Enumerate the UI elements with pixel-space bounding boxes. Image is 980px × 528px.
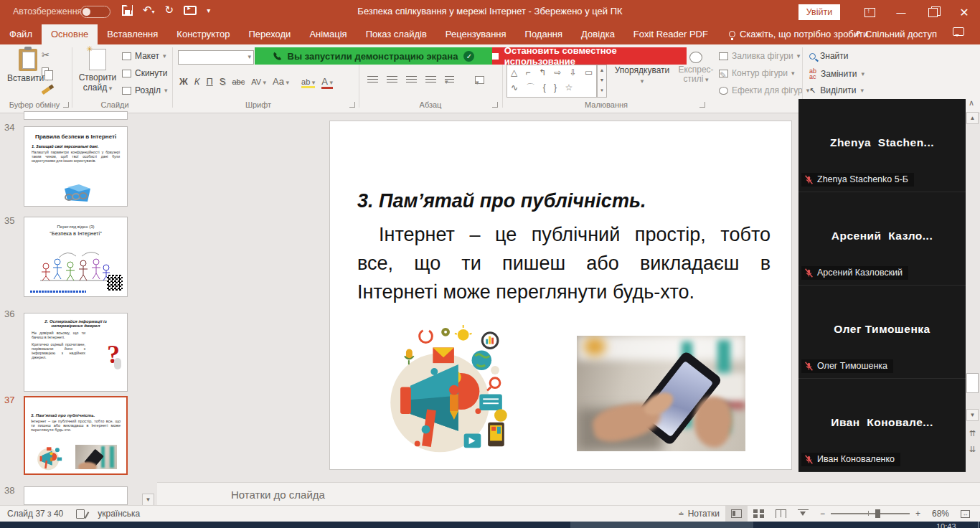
- notes-toggle-button[interactable]: ≐ Нотатки: [672, 506, 725, 522]
- copy-icon[interactable]: [42, 67, 49, 76]
- thumbnail-slide-37-selected[interactable]: 3. Пам’ятай про публічність. Інтернет – …: [24, 396, 128, 475]
- notes-panel[interactable]: Нотатки до слайда: [157, 482, 980, 505]
- scroll-up-button[interactable]: ▲: [966, 112, 979, 124]
- autosave-toggle[interactable]: [80, 6, 110, 18]
- shape-fill-button[interactable]: Заливка фігури: [719, 51, 800, 61]
- highlight-button[interactable]: ab: [301, 77, 315, 88]
- shapes-gallery-scroll[interactable]: ▲▼▾: [597, 65, 607, 98]
- thumbnail-slide-34[interactable]: Правила безпеки в Інтернеті 1. Захищай с…: [24, 126, 128, 207]
- start-slideshow-icon[interactable]: [184, 6, 197, 15]
- tab-home[interactable]: Основне: [42, 24, 98, 44]
- thumbnail-scroll-down-button[interactable]: ▼: [142, 494, 154, 506]
- font-name-combobox[interactable]: [178, 50, 254, 65]
- zoom-slider[interactable]: − +: [814, 509, 926, 519]
- tab-slideshow[interactable]: Показ слайдів: [357, 24, 436, 44]
- scroll-thumb[interactable]: [966, 373, 979, 393]
- shapes-gallery[interactable]: △ ⌐ ↰ ⇨ ⇩ ▭ ∿ ⌒ { } ☆: [507, 65, 597, 98]
- align-text-icon[interactable]: [475, 76, 484, 84]
- layout-button[interactable]: Макет: [122, 51, 166, 61]
- section-button[interactable]: Розділ: [122, 85, 167, 95]
- close-button[interactable]: ✕: [948, 0, 980, 24]
- text-shadow-button[interactable]: S: [220, 76, 226, 87]
- clipboard-dialog-launcher[interactable]: [63, 102, 69, 108]
- align-center-icon[interactable]: [387, 76, 397, 84]
- tab-design[interactable]: Конструктор: [167, 24, 239, 44]
- thumbnail-slide-35[interactable]: Перегляд відео (3) “Безпека в Інтернеті”: [24, 217, 128, 297]
- share-button[interactable]: ⇗ Спільний доступ: [843, 24, 947, 44]
- tab-view[interactable]: Подання: [516, 24, 573, 44]
- justify-icon[interactable]: [425, 76, 436, 84]
- align-left-icon[interactable]: [367, 76, 378, 84]
- paragraph-dialog-launcher[interactable]: [492, 102, 498, 108]
- replace-button[interactable]: abacЗамінити: [809, 68, 864, 80]
- italic-button[interactable]: К: [194, 76, 200, 87]
- tab-animations[interactable]: Анімація: [300, 24, 356, 44]
- zoom-track[interactable]: [831, 513, 910, 514]
- reading-view-button[interactable]: [770, 506, 792, 522]
- redo-icon[interactable]: ↻: [165, 4, 174, 16]
- slide-counter[interactable]: Слайд 37 з 40: [7, 509, 63, 519]
- current-slide-canvas[interactable]: 3. Пам’ятай про публічність. Інтернет – …: [329, 121, 792, 470]
- show-desktop-divider[interactable]: [978, 522, 979, 528]
- video-link-text[interactable]: [30, 291, 86, 293]
- format-painter-icon[interactable]: [42, 87, 51, 95]
- find-button[interactable]: Знайти: [809, 51, 848, 61]
- new-slide-button[interactable]: Створити слайд: [77, 49, 118, 93]
- megaphone-illustration[interactable]: [387, 324, 511, 461]
- fit-slide-button[interactable]: ↔: [955, 506, 976, 522]
- scroll-down-button[interactable]: ▼: [966, 409, 979, 421]
- strikethrough-button[interactable]: abc: [232, 77, 245, 86]
- zoom-slider-thumb[interactable]: [875, 509, 880, 518]
- thumbnail-slide-38-partial[interactable]: [24, 486, 128, 505]
- reset-button[interactable]: Скинути: [122, 68, 167, 78]
- tab-transitions[interactable]: Переходи: [239, 24, 300, 44]
- spellcheck-icon[interactable]: [76, 509, 85, 519]
- character-spacing-button[interactable]: AV: [251, 77, 266, 86]
- normal-view-button[interactable]: [725, 506, 748, 522]
- slide-sorter-view-button[interactable]: [748, 506, 770, 522]
- font-dialog-launcher[interactable]: [349, 102, 355, 108]
- font-color-button[interactable]: А: [321, 76, 333, 89]
- shape-outline-button[interactable]: ✎Контур фігури: [719, 68, 794, 78]
- participant-tile[interactable]: Иван Коновале... Иван Коноваленко: [798, 379, 966, 472]
- tab-help[interactable]: Довідка: [572, 24, 624, 44]
- comments-icon[interactable]: [953, 27, 964, 36]
- previous-slide-button[interactable]: ⇈: [966, 428, 979, 440]
- thumbnail-slide-33-partial[interactable]: [24, 111, 128, 120]
- tab-review[interactable]: Рецензування: [436, 24, 516, 44]
- windows-taskbar[interactable]: 10:43: [0, 522, 980, 528]
- zoom-in-button[interactable]: +: [915, 509, 920, 519]
- tab-foxit[interactable]: Foxit Reader PDF: [624, 24, 717, 44]
- change-case-button[interactable]: Aa: [273, 76, 289, 87]
- underline-button[interactable]: П: [206, 76, 212, 87]
- minimize-button[interactable]: —: [885, 0, 917, 24]
- restore-button[interactable]: [917, 0, 948, 24]
- participant-tile[interactable]: Zhenya Stachen... Zhenya Stachenko 5-Б: [798, 99, 966, 192]
- zoom-level[interactable]: 68%: [926, 506, 955, 522]
- bold-button[interactable]: Ж: [179, 76, 188, 87]
- ribbon-display-options-icon[interactable]: [854, 0, 885, 24]
- phone-photo[interactable]: [577, 336, 745, 451]
- cut-icon[interactable]: ✂: [42, 50, 50, 60]
- save-icon[interactable]: [122, 5, 133, 16]
- drawing-dialog-launcher[interactable]: [699, 102, 705, 108]
- slideshow-view-button[interactable]: [792, 506, 814, 522]
- next-slide-button[interactable]: ⇊: [966, 443, 979, 456]
- zoom-out-button[interactable]: −: [820, 509, 825, 519]
- participant-tile[interactable]: Арсений Казло... Арсений Казловский: [798, 192, 966, 286]
- stop-share-button[interactable]: Остановить совместное использование: [492, 47, 687, 65]
- columns-icon[interactable]: [445, 76, 454, 84]
- zoom-participants-panel[interactable]: Zhenya Stachen... Zhenya Stachenko 5-Б А…: [798, 99, 966, 472]
- participant-tile[interactable]: Олег Тимошенка Олег Тимошенка: [798, 286, 966, 379]
- slide-title[interactable]: 3. Пам’ятай про публічність.: [357, 190, 646, 212]
- tab-insert[interactable]: Вставлення: [98, 24, 167, 44]
- undo-icon[interactable]: ↶▾: [143, 4, 155, 16]
- collapse-ribbon-icon[interactable]: ∧: [969, 98, 974, 108]
- customize-qat-icon[interactable]: ▾: [207, 6, 210, 14]
- sign-in-button[interactable]: Увійти: [798, 4, 840, 20]
- shape-effects-button[interactable]: Ефекти для фігур: [719, 85, 809, 95]
- taskbar-app-segment[interactable]: [570, 522, 753, 528]
- slide-body-text[interactable]: Інтернет – це публічний простір, тобто в…: [357, 220, 771, 306]
- select-button[interactable]: ↖Виділити: [809, 85, 864, 95]
- tab-file[interactable]: Файл: [0, 24, 42, 44]
